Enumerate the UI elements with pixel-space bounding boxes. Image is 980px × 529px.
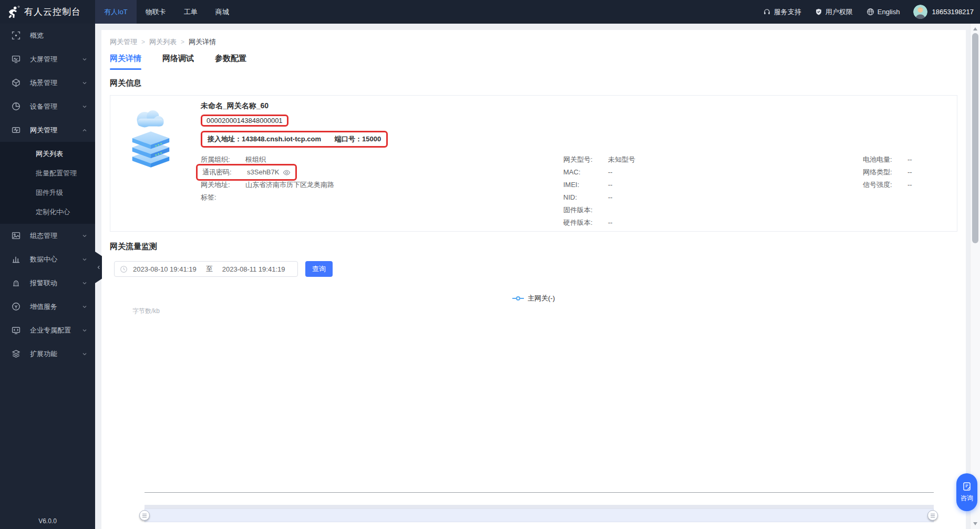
access-address-label: 接入地址： [208,135,242,143]
field-row-signal-strength: 信号强度: -- [863,179,912,191]
content-panel: 网关管理 > 网关列表 > 网关详情 网关详情 网络调试 参数配置 网关信息 [101,30,966,529]
field-row-imei: IMEI: -- [563,179,635,191]
breadcrumb: 网关管理 > 网关列表 > 网关详情 [110,37,957,47]
range-end-value: 2023-08-11 19:41:19 [222,265,285,273]
field-row-comm-password: 通讯密码: s3SehB7K [201,166,334,179]
scrollbar-down-arrow[interactable] [971,520,980,528]
traffic-query-row: 2023-08-10 19:41:19 至 2023-08-11 19:41:1… [114,261,957,277]
annotation-access-address: 接入地址：143848.cnsh.iot-tcp.com端口号：15000 [201,131,388,148]
gateway-head: 未命名_网关名称_60 00002000143848000001 接入地址：14… [201,101,388,148]
breadcrumb-separator: > [141,38,145,46]
sidebar-item-data-center[interactable]: 数据中心 [0,247,95,271]
y-axis-label: 字节数/kb [132,307,160,316]
chevron-down-icon [81,56,88,63]
chevron-down-icon [81,327,88,334]
chevron-up-icon [81,127,88,133]
chevron-down-icon [81,351,88,357]
scada-picture-icon [12,231,20,240]
field-row-nid: NID: -- [563,191,635,204]
logo: 有人云控制台 [0,0,95,24]
sidebar-item-scada-mgmt[interactable]: 组态管理 [0,224,95,247]
chart-legend[interactable]: 主网关(-) [110,294,957,303]
section-title-gateway-info: 网关信息 [110,78,957,88]
gateway-name: 未命名_网关名称_60 [201,101,388,111]
consult-label: 咨询 [961,494,973,503]
tab-parameter-config[interactable]: 参数配置 [215,54,246,70]
main-content: 网关管理 > 网关列表 > 网关详情 网关详情 网络调试 参数配置 网关信息 [95,24,970,529]
section-title-traffic-monitor: 网关流量监测 [110,242,957,252]
range-separator: 至 [206,264,213,274]
document-icon [962,482,972,491]
topnav-mall[interactable]: 商城 [207,0,238,24]
big-screen-icon [12,55,20,64]
field-row-network-type: 网络类型: -- [863,166,912,179]
chevron-down-icon [81,80,88,86]
datazoom-handle-left[interactable] [139,510,150,521]
layers-icon [12,349,20,358]
date-range-picker[interactable]: 2023-08-10 19:41:19 至 2023-08-11 19:41:1… [114,261,298,277]
app-title: 有人云控制台 [24,6,81,18]
sidebar-item-alarm-linkage[interactable]: 报警联动 [0,271,95,295]
app-window: 有人云控制台 有人IoT 物联卡 工单 商城 服务支持 [0,0,980,529]
query-button[interactable]: 查询 [305,261,333,277]
breadcrumb-gateway-list[interactable]: 网关列表 [149,37,177,47]
device-pie-icon [12,102,20,111]
legend-line-symbol [512,296,524,300]
chevron-down-icon [81,304,88,310]
scrollbar-thumb[interactable] [972,33,978,243]
usr-logo-icon [6,5,20,19]
sidebar-item-overview[interactable]: 概览 [0,24,95,47]
topnav-work-order[interactable]: 工单 [175,0,207,24]
breadcrumb-separator: > [181,38,184,46]
sidebar-item-scene-mgmt[interactable]: 场景管理 [0,71,95,95]
value-added-icon [12,302,20,311]
service-support[interactable]: 服务支持 [763,7,801,17]
sidebar-item-enterprise-config[interactable]: 企业专属配置 [0,318,95,342]
vertical-scrollbar[interactable] [970,24,980,529]
chevron-down-icon [81,233,88,239]
sidebar-subitem-gateway-list[interactable]: 网关列表 [0,144,95,163]
chevron-down-icon [81,280,88,286]
port-value: 15000 [362,135,381,143]
gateway-fields-left: 所属组织: 根组织 通讯密码: s3SehB7K [201,153,334,204]
breadcrumb-gateway-mgmt[interactable]: 网关管理 [110,37,137,47]
gateway-cloud-illustration [125,106,177,168]
topbar: 有人云控制台 有人IoT 物联卡 工单 商城 服务支持 [0,0,980,24]
tab-network-debug[interactable]: 网络调试 [162,54,194,70]
scrollbar-up-arrow[interactable] [971,25,980,33]
sidebar-subitem-firmware-upgrade[interactable]: 固件升级 [0,183,95,202]
language-switch[interactable]: English [866,8,900,16]
sidebar-subitem-batch-config[interactable]: 批量配置管理 [0,163,95,183]
topnav-usr-iot[interactable]: 有人IoT [95,0,137,24]
user-permission[interactable]: 用户权限 [815,7,853,17]
consult-button[interactable]: 咨询 [956,473,977,511]
breadcrumb-current: 网关详情 [189,37,216,47]
range-start-value: 2023-08-10 19:41:19 [133,265,197,273]
gateway-fields-right: 电池电量: -- 网络类型: -- 信号强度: -- [863,153,912,191]
version-label: V6.0.0 [0,517,95,525]
topnav-sim-card[interactable]: 物联卡 [137,0,175,24]
shield-icon [815,8,822,16]
gateway-info-card: 未命名_网关名称_60 00002000143848000001 接入地址：14… [110,95,957,232]
sidebar-item-value-added-services[interactable]: 增值服务 [0,295,95,318]
user-avatar[interactable] [913,5,927,19]
datazoom-slider[interactable] [145,509,934,522]
enterprise-monitor-icon [12,326,20,335]
account-phone[interactable]: 18653198217 [932,8,974,16]
gateway-fields-middle: 网关型号: 未知型号 MAC: -- IMEI: -- NID: -- [563,153,635,229]
field-row-mac: MAC: -- [563,166,635,179]
sidebar-item-extensions[interactable]: 扩展功能 [0,342,95,366]
field-row-hardware-version: 硬件版本: -- [563,216,635,229]
field-row-tags: 标签: [201,191,334,204]
sidebar-item-device-mgmt[interactable]: 设备管理 [0,95,95,118]
sidebar-item-screen-mgmt[interactable]: 大屏管理 [0,47,95,71]
datazoom-handle-right[interactable] [927,510,938,521]
gateway-icon [12,126,20,134]
tab-gateway-detail[interactable]: 网关详情 [110,54,141,70]
sidebar-subitem-customization-center[interactable]: 定制化中心 [0,202,95,222]
alarm-icon [12,278,20,287]
sidebar-item-gateway-mgmt[interactable]: 网关管理 [0,118,95,142]
headset-icon [763,8,771,16]
eye-icon[interactable] [283,169,291,177]
sidebar-collapse-handle[interactable] [95,252,102,283]
